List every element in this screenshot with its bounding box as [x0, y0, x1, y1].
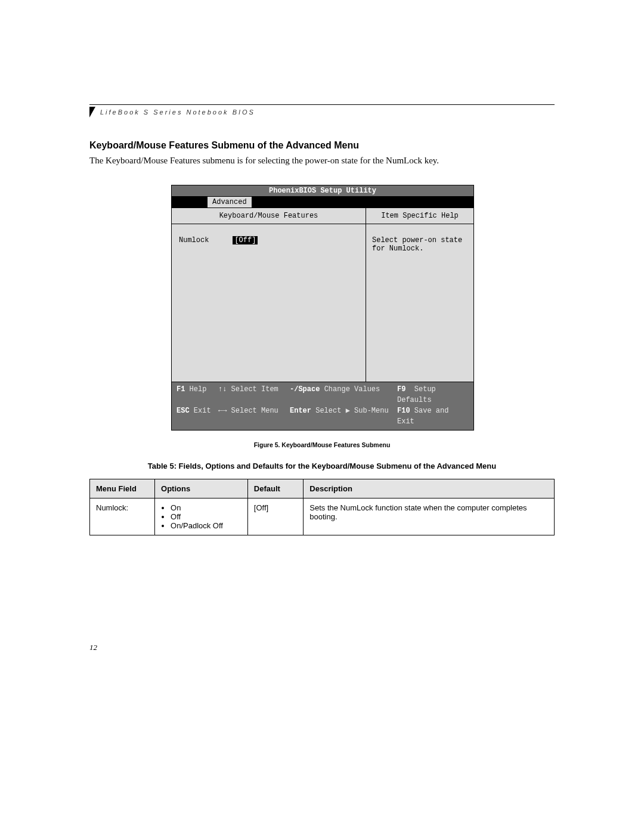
bios-tab-advanced[interactable]: Advanced — [208, 197, 252, 208]
cell-menu-field: Numlock: — [90, 498, 155, 535]
bios-footer: F1 Help ↑↓ Select Item -/Space Change Va… — [172, 382, 473, 430]
bios-key-enter: Enter — [290, 407, 311, 415]
th-options: Options — [155, 479, 248, 498]
bios-label-select-menu: Select Menu — [231, 407, 278, 415]
option-item: On/Padlock Off — [171, 521, 242, 530]
header-marker-icon — [89, 107, 95, 117]
bios-arrow-updown-icon: ↑↓ — [218, 385, 227, 394]
bios-title-bar: PhoenixBIOS Setup Utility — [172, 185, 473, 197]
table-row: Numlock: On Off On/Padlock Off [Off] Set… — [90, 498, 555, 535]
bios-label-help: Help — [190, 385, 207, 394]
table-caption: Table 5: Fields, Options and Defaults fo… — [89, 462, 555, 470]
section-title: Keyboard/Mouse Features Submenu of the A… — [89, 140, 555, 151]
option-item: Off — [171, 512, 242, 521]
cell-options: On Off On/Padlock Off — [155, 498, 248, 535]
bios-field-numlock-label: Numlock — [179, 236, 209, 244]
bios-help-text: Select power-on state for Numlock. — [366, 224, 473, 382]
bios-label-select-submenu: Select ▶ Sub-Menu — [315, 407, 388, 415]
bios-key-esc: ESC — [177, 407, 190, 415]
th-default: Default — [247, 479, 303, 498]
bios-label-exit: Exit — [194, 407, 211, 415]
bios-field-numlock-value[interactable]: [Off] — [233, 236, 258, 244]
header-rule — [89, 104, 555, 105]
bios-key-f9: F9 — [397, 385, 405, 394]
page-number: 12 — [89, 643, 97, 652]
th-menu-field: Menu Field — [90, 479, 155, 498]
th-description: Description — [304, 479, 555, 498]
bios-arrow-leftright-icon: ←→ — [218, 407, 227, 415]
bios-key-f10: F10 — [397, 407, 410, 415]
bios-menu-bar: Advanced — [172, 197, 473, 208]
bios-key-f1: F1 — [177, 385, 185, 394]
figure-caption: Figure 5. Keyboard/Mouse Features Submen… — [89, 441, 555, 448]
bios-key-space: -/Space — [290, 385, 320, 394]
running-head: LifeBook S Series Notebook BIOS — [100, 109, 255, 116]
svg-marker-0 — [89, 107, 95, 117]
bios-label-change-values: Change Values — [324, 385, 380, 394]
bios-left-heading: Keyboard/Mouse Features — [172, 208, 366, 224]
section-intro: The Keyboard/Mouse Features submenu is f… — [89, 154, 555, 167]
bios-screenshot: PhoenixBIOS Setup Utility Advanced Keybo… — [171, 185, 474, 431]
table-header-row: Menu Field Options Default Description — [90, 479, 555, 498]
bios-right-heading: Item Specific Help — [366, 208, 473, 224]
spec-table: Menu Field Options Default Description N… — [89, 479, 555, 535]
bios-label-select-item: Select Item — [231, 385, 278, 394]
cell-default: [Off] — [247, 498, 303, 535]
option-item: On — [171, 503, 242, 512]
cell-description: Sets the NumLock function state when the… — [304, 498, 555, 535]
